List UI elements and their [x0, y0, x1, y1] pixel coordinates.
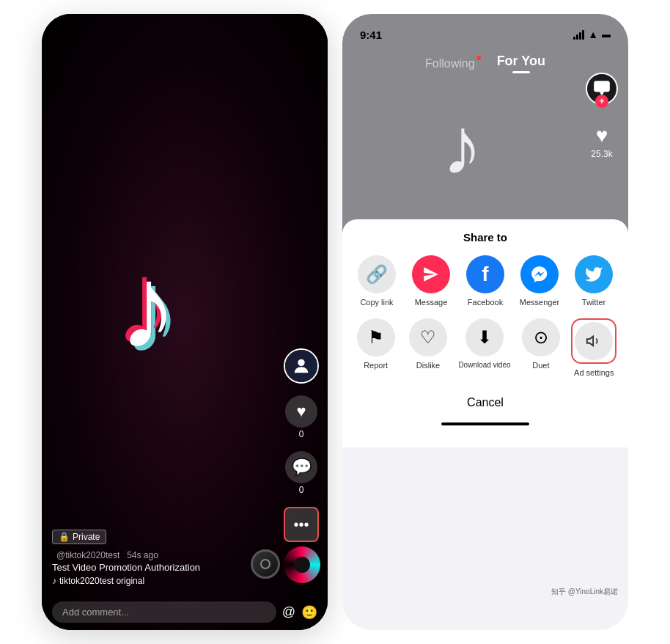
ad-settings-label: Ad settings [574, 368, 614, 377]
music-info: ♪ tiktok2020test original [52, 576, 276, 586]
follow-plus-badge: + [595, 95, 608, 108]
download-icon: ⬇ [465, 318, 504, 356]
share-twitter[interactable]: Twitter [572, 255, 616, 307]
watermark: 知乎 @YinoLink易诺 [551, 587, 618, 597]
notification-dot [476, 56, 481, 60]
copy-link-icon: 🔗 [358, 255, 396, 293]
home-indicator-bar [441, 422, 529, 425]
dislike-label: Dislike [416, 361, 440, 370]
tiktok-logo: ♪ ♪ ♪ [111, 241, 258, 403]
twitter-label: Twitter [582, 298, 605, 307]
ad-settings-icon [575, 322, 613, 360]
right-sidebar: ♥ 0 💬 0 ••• [284, 348, 319, 542]
heart-icon: ♥ [285, 395, 317, 428]
facebook-label: Facebook [468, 298, 503, 307]
cancel-button[interactable]: Cancel [342, 389, 628, 417]
svg-marker-2 [424, 267, 438, 282]
right-avatar[interactable]: + [586, 73, 618, 105]
right-heart-icon: ♥ [596, 124, 608, 147]
ad-settings-highlight [571, 318, 616, 364]
comment-bar: Add comment... @ 🙂 [52, 601, 317, 623]
tab-foryou[interactable]: For You [497, 54, 545, 73]
duet-label: Duet [532, 361, 549, 370]
private-badge: 🔒 Private [52, 530, 106, 544]
video-description: Test Video Promotion Authorization [52, 562, 276, 573]
svg-point-0 [298, 359, 304, 366]
share-row-1: 🔗 Copy link Message f Facebook [342, 255, 628, 307]
status-bar: 9:41 ▲ ▬ [342, 14, 628, 46]
share-ad-settings[interactable]: Ad settings [571, 318, 616, 377]
share-title: Share to [342, 231, 628, 244]
share-button-highlighted[interactable]: ••• [284, 507, 319, 542]
twitter-icon [575, 255, 613, 293]
home-indicator [342, 422, 628, 425]
right-side-icons: + ♥ 25.3k [586, 73, 618, 159]
battery-icon: ▬ [602, 29, 611, 40]
download-label: Download video [458, 361, 510, 370]
share-duet[interactable]: ⊙ Duet [519, 318, 563, 370]
right-tiktok-logo: ♪ [442, 106, 482, 186]
share-download[interactable]: ⬇ Download video [458, 318, 510, 370]
facebook-icon: f [466, 255, 504, 293]
dislike-icon: ♡ [409, 318, 447, 356]
comment-input[interactable]: Add comment... [52, 601, 276, 623]
right-like-button[interactable]: ♥ 25.3k [591, 124, 612, 159]
likes-count: 0 [299, 429, 304, 439]
emoji-icon[interactable]: 🙂 [301, 604, 317, 621]
comment-placeholder: Add comment... [62, 607, 129, 618]
username[interactable]: @tiktok2020test 54s ago [52, 549, 276, 560]
left-phone: ♪ ♪ ♪ ♥ 0 [42, 14, 328, 630]
share-row-2: ⚑ Report ♡ Dislike ⬇ Download video ⊙ Du… [342, 318, 628, 377]
comment-icon: 💬 [285, 451, 317, 483]
wifi-icon: ▲ [588, 29, 598, 40]
video-info: 🔒 Private @tiktok2020test 54s ago Test V… [52, 530, 276, 586]
lock-icon: 🔒 [59, 532, 70, 542]
duet-icon: ⊙ [522, 318, 560, 356]
signal-icon [573, 30, 584, 40]
note-icon: ♪ [52, 576, 56, 586]
message-icon [412, 255, 450, 293]
report-icon: ⚑ [357, 318, 395, 356]
copy-link-label: Copy link [360, 298, 393, 307]
messenger-icon [520, 255, 559, 293]
private-label: Private [73, 532, 100, 542]
message-label: Message [415, 298, 448, 307]
share-message[interactable]: Message [409, 255, 453, 307]
comments-count: 0 [299, 485, 304, 495]
logo-white: ♪ [119, 249, 177, 366]
avatar-inner [285, 350, 317, 382]
share-copy-link[interactable]: 🔗 Copy link [355, 255, 399, 307]
dots-icon: ••• [293, 516, 309, 533]
share-sheet: Share to 🔗 Copy link Message f [342, 219, 628, 447]
report-label: Report [364, 361, 388, 370]
right-phone: ♪ 9:41 ▲ ▬ Following [342, 14, 628, 630]
rotating-disc [284, 546, 320, 583]
main-container: ♪ ♪ ♪ ♥ 0 [0, 0, 670, 644]
messenger-label: Messenger [520, 298, 559, 307]
tab-following[interactable]: Following [425, 57, 475, 70]
status-time: 9:41 [360, 29, 382, 41]
share-facebook[interactable]: f Facebook [463, 255, 507, 307]
svg-rect-1 [594, 81, 610, 92]
avatar[interactable] [284, 348, 319, 384]
mention-icon[interactable]: @ [282, 604, 295, 620]
comment-button[interactable]: 💬 0 [285, 451, 317, 495]
share-report[interactable]: ⚑ Report [354, 318, 398, 370]
like-button[interactable]: ♥ 0 [285, 395, 317, 439]
right-likes-count: 25.3k [591, 149, 612, 159]
status-icons: ▲ ▬ [573, 29, 611, 40]
left-screen: ♪ ♪ ♪ ♥ 0 [42, 14, 328, 630]
share-messenger[interactable]: Messenger [518, 255, 562, 307]
share-dislike[interactable]: ♡ Dislike [406, 318, 450, 370]
svg-marker-3 [587, 337, 593, 346]
